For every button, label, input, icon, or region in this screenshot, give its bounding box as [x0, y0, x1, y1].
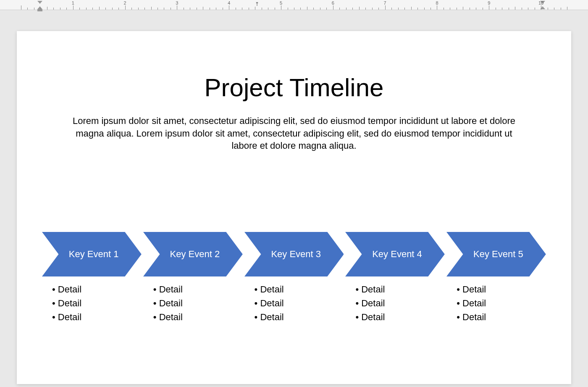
- ruler-number: 2: [124, 0, 126, 5]
- ruler-tick: [236, 8, 236, 10]
- ruler-tick: [444, 8, 444, 10]
- ruler-number: 6: [332, 0, 334, 5]
- detail-item: Detail: [255, 310, 344, 324]
- ruler-tick: [86, 8, 87, 10]
- details-col-2[interactable]: Detail Detail Detail: [143, 282, 243, 324]
- ruler-tick: [502, 8, 502, 10]
- slide[interactable]: Project Timeline Lorem ipsum dolor sit a…: [17, 31, 571, 384]
- slide-description[interactable]: Lorem ipsum dolor sit amet, consectetur …: [63, 115, 525, 152]
- ruler-tick: [548, 8, 548, 10]
- ruler-tick: [73, 5, 74, 10]
- ruler-tick: [483, 8, 483, 10]
- ruler-number: 10: [538, 0, 543, 5]
- ruler-tick: [391, 8, 392, 10]
- left-indent-marker[interactable]: [37, 9, 42, 11]
- ruler-tick: [131, 8, 132, 10]
- ruler-tick: [313, 8, 314, 10]
- tab-stop-marker[interactable]: ⤒: [255, 1, 259, 7]
- ruler-tick: [164, 8, 164, 10]
- ruler-tick: [333, 5, 333, 10]
- ruler-tick: [268, 8, 268, 10]
- timeline-smartart[interactable]: Key Event 1 Key Event 2 Key Event 3 Key …: [42, 232, 546, 276]
- ruler-tick: [158, 8, 158, 10]
- ruler-tick: [437, 5, 437, 10]
- ruler-tick: [450, 8, 450, 10]
- detail-item: Detail: [153, 296, 243, 310]
- hanging-indent-marker[interactable]: [37, 6, 42, 9]
- ruler-tick: [262, 8, 262, 10]
- ruler-tick: [515, 7, 515, 10]
- ruler-tick: [346, 8, 346, 10]
- ruler-tick: [326, 8, 327, 10]
- ruler-tick: [66, 8, 67, 10]
- ruler-tick: [528, 8, 528, 10]
- ruler-tick: [567, 7, 567, 10]
- ruler-tick: [398, 8, 399, 10]
- ruler-tick: [60, 8, 60, 10]
- detail-item: Detail: [52, 310, 142, 324]
- ruler-tick: [177, 5, 177, 10]
- detail-item: Detail: [457, 310, 546, 324]
- ruler-tick: [509, 8, 509, 10]
- detail-item: Detail: [52, 282, 142, 296]
- ruler-tick: [561, 8, 561, 10]
- ruler-number: 5: [280, 0, 282, 5]
- detail-item: Detail: [355, 296, 445, 310]
- details-col-1[interactable]: Detail Detail Detail: [42, 282, 142, 324]
- detail-item: Detail: [255, 296, 344, 310]
- details-col-3[interactable]: Detail Detail Detail: [244, 282, 344, 324]
- ruler-number: 7: [384, 0, 386, 5]
- chevron-label: Key Event 1: [69, 249, 119, 260]
- ruler-tick: [339, 8, 340, 10]
- ruler-tick: [385, 5, 386, 10]
- slide-title[interactable]: Project Timeline: [42, 73, 546, 102]
- ruler-tick: [223, 8, 223, 10]
- ruler-tick: [365, 8, 366, 10]
- ruler-number: 8: [436, 0, 438, 5]
- chevron-label: Key Event 2: [170, 249, 220, 260]
- ruler-tick: [197, 8, 197, 10]
- ruler-tick: [404, 8, 405, 10]
- ruler-tick: [288, 8, 288, 10]
- ruler-tick: [229, 5, 229, 10]
- ruler-tick: [281, 5, 281, 10]
- ruler-number: 3: [176, 0, 178, 5]
- ruler-tick: [352, 8, 353, 10]
- ruler-tick: [105, 8, 106, 10]
- details-col-5[interactable]: Detail Detail Detail: [446, 282, 546, 324]
- details-col-4[interactable]: Detail Detail Detail: [345, 282, 445, 324]
- ruler-tick: [255, 7, 255, 10]
- ruler-tick: [138, 8, 139, 10]
- ruler-tick: [118, 8, 119, 10]
- ruler-tick: [470, 8, 470, 10]
- ruler-tick: [190, 8, 190, 10]
- ruler-tick: [27, 8, 28, 10]
- ruler-tick: [359, 7, 360, 10]
- ruler-number: 4: [228, 0, 230, 5]
- chevron-event-5[interactable]: Key Event 5: [446, 232, 546, 276]
- detail-item: Detail: [457, 282, 546, 296]
- ruler-tick: [476, 8, 476, 10]
- ruler-tick: [99, 7, 100, 10]
- detail-item: Detail: [457, 296, 546, 310]
- ruler-tick: [171, 8, 171, 10]
- ruler-tick: [144, 8, 145, 10]
- ruler-number: 1: [72, 0, 74, 5]
- chevron-event-1[interactable]: Key Event 1: [42, 232, 142, 276]
- ruler-tick: [378, 8, 379, 10]
- ruler-tick: [522, 8, 522, 10]
- ruler-tick: [320, 8, 320, 10]
- detail-item: Detail: [153, 282, 243, 296]
- chevron-event-3[interactable]: Key Event 3: [244, 232, 344, 276]
- ruler-tick: [203, 7, 203, 10]
- detail-item: Detail: [255, 282, 344, 296]
- chevron-event-4[interactable]: Key Event 4: [345, 232, 445, 276]
- ruler-tick: [372, 8, 373, 10]
- chevron-label: Key Event 3: [271, 249, 321, 260]
- chevron-event-2[interactable]: Key Event 2: [143, 232, 243, 276]
- horizontal-ruler[interactable]: ⤒ 12345678910: [0, 0, 588, 10]
- detail-item: Detail: [355, 310, 445, 324]
- detail-item: Detail: [153, 310, 243, 324]
- first-line-indent-marker[interactable]: [37, 1, 42, 4]
- ruler-tick: [535, 8, 535, 10]
